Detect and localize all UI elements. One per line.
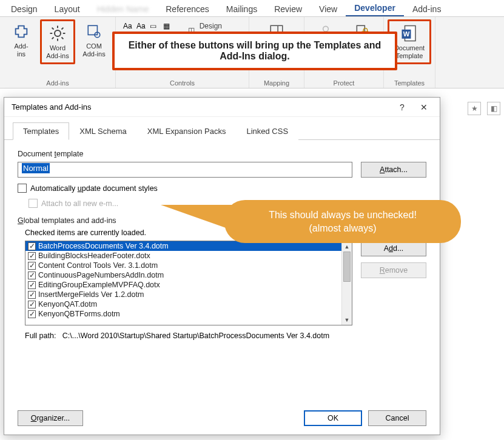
word-addins-label: Word Add-ins — [46, 44, 69, 60]
tab-developer[interactable]: Developer — [346, 1, 404, 16]
list-item[interactable]: ContinuousPageNumbersAddIn.dotm — [25, 270, 352, 280]
tab-layout[interactable]: Layout — [46, 2, 89, 16]
tab-addins[interactable]: Add-ins — [404, 2, 449, 16]
list-item-checkbox[interactable] — [28, 310, 36, 318]
list-item-checkbox[interactable] — [28, 301, 36, 308]
tab-references[interactable]: References — [157, 2, 218, 16]
list-item[interactable]: InsertMergeFields Ver 1.2.dotm — [25, 290, 352, 299]
svg-line-6 — [62, 38, 64, 39]
list-item-checkbox[interactable] — [28, 272, 36, 279]
group-label-templates: Templates — [384, 79, 435, 87]
list-item-checkbox[interactable] — [28, 262, 36, 270]
list-item-label: EditingGroupExampleMVPFAQ.dotx — [38, 281, 160, 289]
favorite-icon[interactable]: ★ — [468, 102, 481, 115]
group-label-protect: Protect — [304, 79, 383, 87]
picture-icon[interactable]: ▭ — [150, 22, 161, 30]
addins-button[interactable]: Add- ins — [4, 19, 39, 61]
tab-view[interactable]: View — [311, 2, 346, 16]
dlgtab-linkedcss[interactable]: Linked CSS — [236, 122, 298, 140]
list-item-label: BatchProcessDocuments Ver 3.4.dotm — [38, 242, 169, 250]
group-label-addins: Add-ins — [0, 79, 115, 87]
list-item[interactable]: EditingGroupExampleMVPFAQ.dotx — [25, 280, 352, 290]
panel-icon[interactable]: ◧ — [487, 102, 500, 115]
ribbon-group-addins: Add- ins Word Add-ins COM Add-ins Add-in… — [0, 17, 116, 88]
callout-tail-icon — [161, 205, 240, 233]
help-button[interactable]: ? — [391, 99, 413, 116]
annotation-orange-l2: (almost always) — [238, 222, 448, 235]
attach-all-label: Attach to all new e-m... — [41, 199, 118, 208]
list-item-label: ContinuousPageNumbersAddIn.dotm — [38, 271, 164, 279]
annotation-orange: This should always be unchecked! (almost… — [224, 200, 461, 243]
attach-all-checkbox — [29, 199, 38, 208]
svg-point-0 — [55, 30, 61, 36]
com-addins-button[interactable]: COM Add-ins — [76, 19, 112, 61]
side-toolbar: ★ ◧ — [468, 102, 500, 115]
attach-button[interactable]: Attach... — [361, 162, 426, 178]
cancel-button[interactable]: Cancel — [368, 410, 426, 426]
dlgtab-xmlpacks[interactable]: XML Expansion Packs — [137, 122, 237, 140]
word-addins-button[interactable]: Word Add-ins — [40, 19, 75, 64]
document-template-label-text: Document template — [18, 150, 426, 158]
puzzle-icon — [12, 22, 31, 41]
list-item-checkbox[interactable] — [28, 252, 36, 260]
svg-line-7 — [52, 38, 54, 39]
dlgtab-templates[interactable]: Templates — [13, 122, 69, 140]
svg-line-8 — [62, 28, 64, 30]
group-label-controls: Controls — [116, 79, 249, 87]
scroll-down-icon[interactable]: ▼ — [342, 315, 352, 325]
auto-update-label: Automatically update document styles — [30, 184, 158, 193]
list-item[interactable]: KenyonQAT.dotm — [25, 299, 352, 309]
list-item-checkbox[interactable] — [28, 242, 36, 250]
gear-icon — [48, 24, 67, 43]
addins-label: Add- ins — [14, 42, 28, 58]
templates-addins-dialog: Templates and Add-ins ? ✕ Templates XML … — [4, 97, 440, 435]
ok-button[interactable]: OK — [304, 410, 362, 426]
list-item-label: KenyonQAT.dotm — [38, 300, 97, 308]
buildingblock-icon[interactable]: ▦ — [163, 22, 174, 30]
tab-mailings[interactable]: Mailings — [218, 2, 266, 16]
group-label-mapping: Mapping — [249, 79, 304, 87]
full-path-label: Full path: — [25, 332, 56, 340]
list-item-checkbox[interactable] — [28, 291, 36, 299]
svg-rect-9 — [88, 25, 97, 35]
richtext-icon[interactable]: Aa — [123, 22, 134, 30]
organizer-button[interactable]: Organizer... — [18, 410, 83, 426]
dialog-titlebar: Templates and Add-ins ? ✕ — [4, 98, 440, 117]
scroll-thumb[interactable] — [343, 252, 351, 282]
addins-listbox[interactable]: BatchProcessDocuments Ver 3.4.dotmBuildi… — [25, 241, 352, 325]
list-item-label: KenyonQBTForms.dotm — [38, 310, 120, 318]
remove-button: Remove — [361, 262, 426, 278]
dialog-body: Document template Normal Attach... Autom… — [4, 140, 440, 404]
document-template-input[interactable]: Normal — [18, 162, 352, 178]
com-addins-label: COM Add-ins — [82, 42, 105, 58]
dialog-title: Templates and Add-ins — [12, 102, 391, 112]
gear-small-icon — [84, 22, 104, 41]
full-path-row: Full path: C:\...\Word 2010\Startup\Shar… — [25, 332, 426, 340]
list-item-label: BuildingBlocksHeaderFooter.dotx — [38, 252, 150, 260]
svg-text:W: W — [403, 30, 410, 38]
annotation-top: Either of these buttons will bring up th… — [112, 32, 397, 70]
list-item[interactable]: BuildingBlocksHeaderFooter.dotx — [25, 251, 352, 261]
list-item-label: Content Control Tools Ver. 3.1.dotm — [38, 261, 158, 270]
dlgtab-xmlschema[interactable]: XML Schema — [69, 122, 137, 140]
document-template-value: Normal — [22, 163, 50, 173]
plaintext-icon[interactable]: Aa — [136, 22, 147, 30]
svg-line-5 — [52, 28, 54, 30]
listbox-scrollbar[interactable]: ▲ ▼ — [341, 241, 352, 325]
auto-update-checkbox[interactable] — [18, 184, 27, 193]
document-template-label: Document Template — [394, 44, 425, 60]
ribbon-tab-strip: Design Layout Hidden Name References Mai… — [0, 0, 504, 17]
list-item-checkbox[interactable] — [28, 281, 36, 289]
list-item[interactable]: KenyonQBTForms.dotm — [25, 309, 352, 319]
tab-hidden[interactable]: Hidden Name — [89, 2, 158, 16]
tab-review[interactable]: Review — [266, 2, 311, 16]
auto-update-row[interactable]: Automatically update document styles — [18, 184, 426, 193]
svg-point-13 — [323, 26, 329, 32]
full-path-value: C:\...\Word 2010\Startup\Shared Startup\… — [62, 332, 329, 340]
word-doc-icon: W — [400, 24, 419, 43]
close-button[interactable]: ✕ — [413, 99, 435, 116]
tab-design[interactable]: Design — [2, 2, 46, 16]
annotation-orange-l1: This should always be unchecked! — [238, 208, 448, 222]
list-item[interactable]: Content Control Tools Ver. 3.1.dotm — [25, 261, 352, 270]
dialog-tabstrip: Templates XML Schema XML Expansion Packs… — [4, 117, 440, 140]
